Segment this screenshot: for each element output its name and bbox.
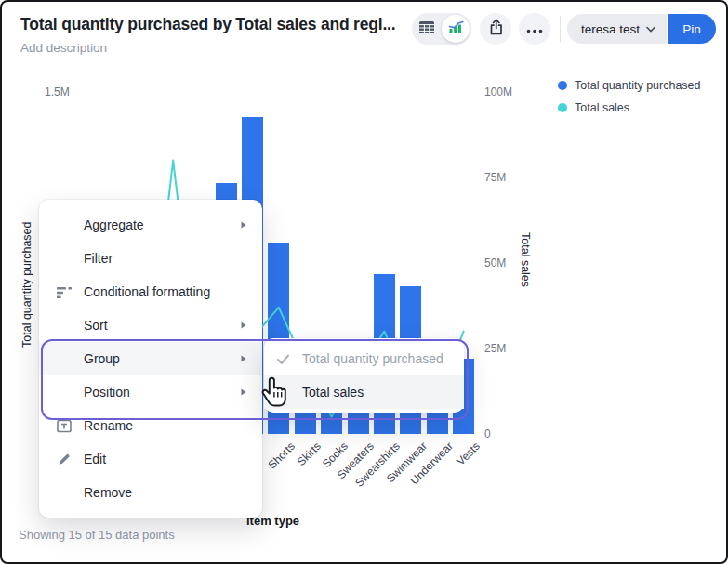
- menu-item-label: Edit: [84, 452, 106, 466]
- legend-swatch: [558, 103, 567, 112]
- legend-item-total-sales[interactable]: Total sales: [558, 101, 701, 114]
- view-toggle: [412, 13, 471, 45]
- menu-item-filter[interactable]: Filter: [39, 242, 262, 275]
- chart-view-button[interactable]: [442, 15, 470, 43]
- submenu-item-total-sales[interactable]: Total sales: [264, 375, 464, 409]
- more-options-icon: [526, 20, 543, 37]
- menu-item-rename[interactable]: Rename: [39, 409, 262, 442]
- chevron-right-icon: [237, 319, 249, 332]
- submenu-item-label: Total quantity purchased: [302, 351, 443, 366]
- context-menu: AggregateFilterConditional formattingSor…: [39, 200, 262, 518]
- menu-item-conditional-formatting[interactable]: Conditional formatting: [39, 275, 262, 308]
- group-submenu: Total quantity purchasedTotal sales: [264, 338, 464, 413]
- rename-icon: [54, 418, 74, 434]
- menu-item-label: Position: [84, 385, 130, 400]
- legend-swatch: [558, 81, 567, 90]
- dashboard-tile: Total quantity purchased by Total sales …: [0, 0, 728, 564]
- y-axis-tick-left: 1.5M: [45, 85, 70, 98]
- add-description-link[interactable]: Add description: [20, 41, 107, 55]
- share-button[interactable]: [480, 13, 511, 45]
- y-axis-tick-right: 50M: [484, 256, 523, 269]
- chevron-right-icon: [237, 218, 249, 231]
- chevron-down-icon: [646, 26, 655, 33]
- menu-item-label: Aggregate: [84, 217, 144, 232]
- check-icon: [275, 352, 294, 366]
- menu-item-position[interactable]: Position: [39, 375, 262, 409]
- menu-item-sort[interactable]: Sort: [39, 308, 262, 342]
- menu-item-edit[interactable]: Edit: [39, 442, 262, 476]
- table-view-button[interactable]: [412, 13, 442, 45]
- toolbar-divider: [560, 16, 561, 42]
- legend-label: Total sales: [575, 101, 629, 114]
- legend-item-total-quantity-purchased[interactable]: Total quantity purchased: [558, 79, 701, 92]
- legend-label: Total quantity purchased: [575, 79, 701, 92]
- submenu-item-total-quantity-purchased[interactable]: Total quantity purchased: [264, 342, 464, 375]
- menu-item-label: Group: [84, 351, 120, 366]
- chevron-right-icon: [237, 352, 249, 365]
- menu-item-label: Remove: [84, 485, 132, 500]
- submenu-item-label: Total sales: [302, 385, 364, 400]
- edit-icon: [54, 452, 74, 466]
- chart-view-icon: [448, 20, 464, 38]
- menu-item-label: Rename: [84, 418, 133, 433]
- table-view-icon: [418, 20, 435, 38]
- pin-button[interactable]: Pin: [668, 14, 716, 44]
- menu-item-label: Filter: [84, 251, 113, 266]
- y-axis-tick-right: 75M: [484, 171, 523, 184]
- y-axis-tick-right: 100M: [484, 85, 523, 98]
- share-icon: [487, 18, 505, 40]
- menu-item-label: Conditional formatting: [84, 284, 210, 299]
- owner-label: teresa test: [581, 22, 640, 36]
- legend: Total quantity purchasedTotal sales: [558, 79, 701, 114]
- conditional-formatting-icon: [54, 284, 74, 300]
- page-title: Total quantity purchased by Total sales …: [20, 15, 411, 34]
- y-axis-tick-right: 0: [484, 427, 523, 440]
- menu-item-label: Sort: [84, 318, 108, 333]
- footer-status: Showing 15 of 15 data points: [19, 528, 175, 542]
- menu-item-aggregate[interactable]: Aggregate: [39, 208, 262, 242]
- menu-item-remove[interactable]: Remove: [39, 476, 262, 509]
- y-axis-title-left: Total quantity purchased: [20, 203, 33, 366]
- menu-item-group[interactable]: Group: [39, 342, 262, 375]
- more-options-button[interactable]: [519, 13, 550, 45]
- owner-dropdown[interactable]: teresa test: [567, 14, 667, 44]
- chevron-right-icon: [237, 386, 249, 399]
- y-axis-tick-right: 25M: [484, 342, 523, 355]
